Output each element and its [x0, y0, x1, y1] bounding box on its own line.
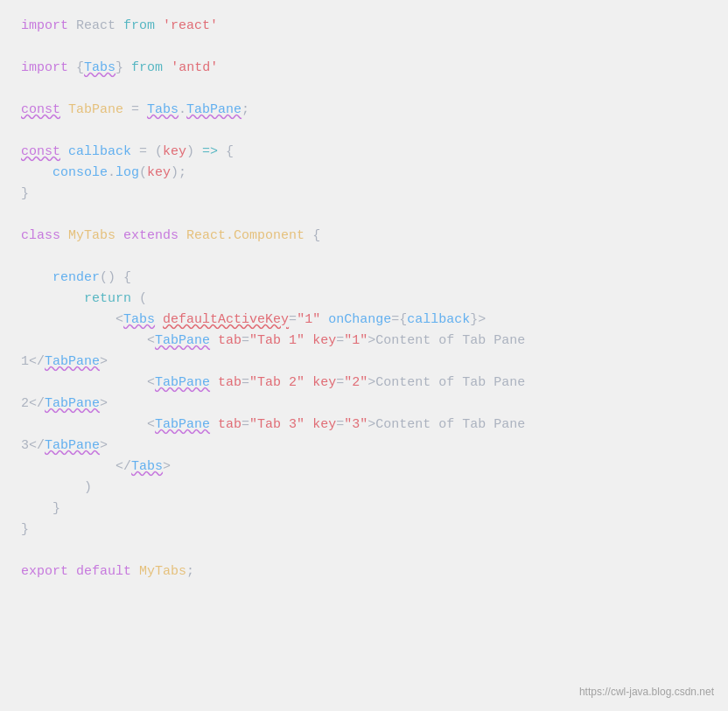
attr-tab3: tab — [218, 417, 242, 432]
code-line-2 — [21, 37, 707, 58]
string-antd: 'antd' — [171, 60, 218, 75]
jsx-tabs-open: Tabs — [123, 312, 155, 327]
attr-defaultactivekey: defaultActiveKey — [163, 312, 289, 327]
code-line-15: <Tabs defaultActiveKey="1" onChange={cal… — [21, 310, 707, 331]
callback-ref: callback — [407, 312, 470, 327]
log-fn: log — [116, 165, 139, 180]
render-method: render — [52, 270, 100, 285]
console-log: console — [52, 165, 108, 180]
code-line-5: const TabPane = Tabs.TabPane; — [21, 100, 707, 121]
code-line-8: console.log(key); — [21, 163, 707, 184]
keyword-import: import — [21, 18, 68, 33]
keyword-const2: const — [21, 144, 60, 159]
code-line-18: <TabPane tab="Tab 3" key="3">Content of … — [21, 415, 707, 436]
arrow: => — [202, 144, 218, 159]
code-line-17b: 2</TabPane> — [21, 394, 707, 415]
code-line-4 — [21, 79, 707, 100]
code-line-11: class MyTabs extends React.Component { — [21, 226, 707, 247]
jsx-tabpane1-open: TabPane — [155, 333, 210, 348]
keyword-extends: extends — [123, 228, 178, 243]
code-line-10 — [21, 205, 707, 226]
keyword-export: export — [21, 564, 68, 579]
attr-key2: key — [312, 375, 336, 390]
class-mytabs: MyTabs — [68, 228, 116, 243]
keyword-default: default — [76, 564, 131, 579]
code-line-21: } — [21, 498, 707, 519]
code-line-24: export default MyTabs; — [21, 561, 707, 582]
keyword-from: from — [123, 18, 155, 33]
param-key: key — [163, 144, 186, 159]
code-line-16b: 1</TabPane> — [21, 352, 707, 373]
fn-callback: callback — [68, 144, 131, 159]
jsx-tabs-close: Tabs — [131, 459, 163, 474]
attr-tab1: tab — [218, 333, 242, 348]
string-react: 'react' — [163, 18, 218, 33]
code-line-1: import React from 'react' — [21, 16, 707, 37]
code-line-13: render() { — [21, 268, 707, 289]
tabs-ref: Tabs — [147, 102, 178, 117]
keyword-import2: import — [21, 60, 68, 75]
watermark: https://cwl-java.blog.csdn.net — [579, 684, 714, 701]
code-line-7: const callback = (key) => { — [21, 142, 707, 163]
jsx-tabpane2-close: TabPane — [45, 396, 100, 411]
code-line-23 — [21, 540, 707, 561]
keyword-class: class — [21, 228, 60, 243]
jsx-tabpane3-close: TabPane — [45, 438, 100, 453]
code-line-19: </Tabs> — [21, 457, 707, 477]
code-line-12 — [21, 247, 707, 268]
export-mytabs: MyTabs — [139, 564, 186, 579]
tabpane-ref: TabPane — [186, 102, 242, 117]
attr-key1: key — [312, 333, 336, 348]
attr-tab2: tab — [218, 375, 242, 390]
code-line-14: return ( — [21, 289, 707, 310]
keyword-from2: from — [131, 60, 163, 75]
code-line-6 — [21, 121, 707, 142]
code-editor: import React from 'react' import {Tabs} … — [0, 0, 728, 711]
code-line-17: <TabPane tab="Tab 2" key="2">Content of … — [21, 373, 707, 394]
var-tabpane: TabPane — [68, 102, 123, 117]
attr-onchange: onChange — [328, 312, 391, 327]
jsx-tabpane3-open: TabPane — [155, 417, 210, 432]
jsx-tabpane1-close: TabPane — [45, 354, 100, 369]
code-line-16: <TabPane tab="Tab 1" key="1">Content of … — [21, 331, 707, 352]
key-arg: key — [147, 165, 171, 180]
code-line-22: } — [21, 519, 707, 540]
code-line-18b: 3</TabPane> — [21, 436, 707, 457]
code-line-20: ) — [21, 477, 707, 498]
keyword-const1: const — [21, 102, 60, 117]
react-component-ref: React.Component — [186, 228, 304, 243]
code-line-3: import {Tabs} from 'antd' — [21, 58, 707, 79]
class-tabs: Tabs — [84, 60, 116, 75]
jsx-tabpane2-open: TabPane — [155, 375, 210, 390]
keyword-return: return — [84, 291, 131, 306]
attr-key3: key — [312, 417, 336, 432]
code-line-9: } — [21, 184, 707, 205]
